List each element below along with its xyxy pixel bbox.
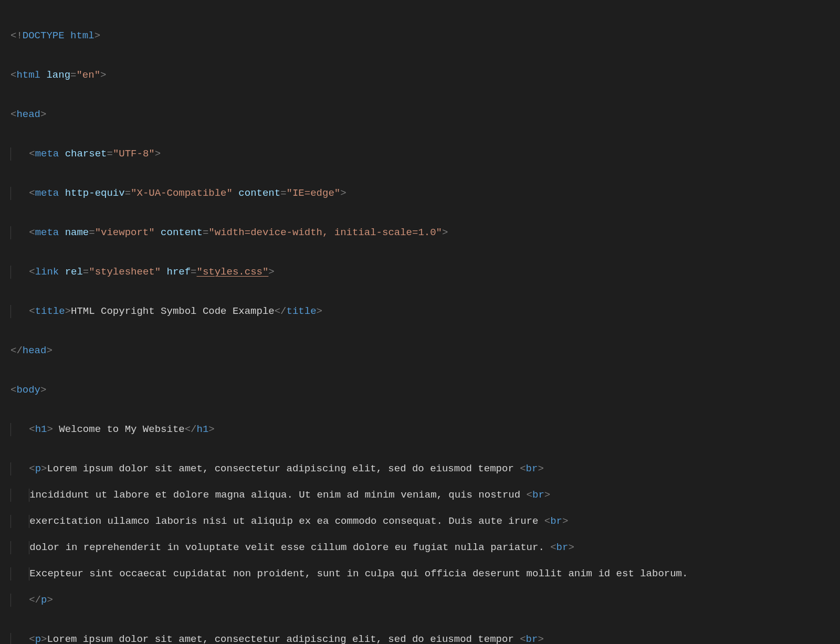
code-line: <link rel="stylesheet" href="styles.css"… (10, 266, 830, 279)
code-editor[interactable]: <!DOCTYPE html> <html lang="en"> <head> … (0, 0, 840, 644)
code-line: </head> (10, 344, 830, 357)
code-line: Excepteur sint occaecat cupidatat non pr… (10, 567, 830, 580)
code-line: <p>Lorem ipsum dolor sit amet, consectet… (10, 633, 830, 644)
code-line: <p>Lorem ipsum dolor sit amet, consectet… (10, 462, 830, 476)
code-line: incididunt ut labore et dolore magna ali… (10, 489, 830, 502)
code-line: <html lang="en"> (10, 69, 830, 82)
code-line: dolor in reprehenderit in voluptate veli… (10, 541, 830, 554)
code-line: <!DOCTYPE html> (10, 29, 830, 43)
code-line: <meta http-equiv="X-UA-Compatible" conte… (10, 187, 830, 200)
code-line: <head> (10, 108, 830, 121)
code-line: exercitation ullamco laboris nisi ut ali… (10, 515, 830, 528)
code-line: <title>HTML Copyright Symbol Code Exampl… (10, 305, 830, 318)
code-line: <meta name="viewport" content="width=dev… (10, 226, 830, 239)
code-line: <body> (10, 384, 830, 397)
code-line: <h1> Welcome to My Website</h1> (10, 423, 830, 436)
href-link[interactable]: "styles.css" (197, 266, 269, 278)
code-line: <meta charset="UTF-8"> (10, 147, 830, 161)
code-line: </p> (10, 594, 830, 607)
